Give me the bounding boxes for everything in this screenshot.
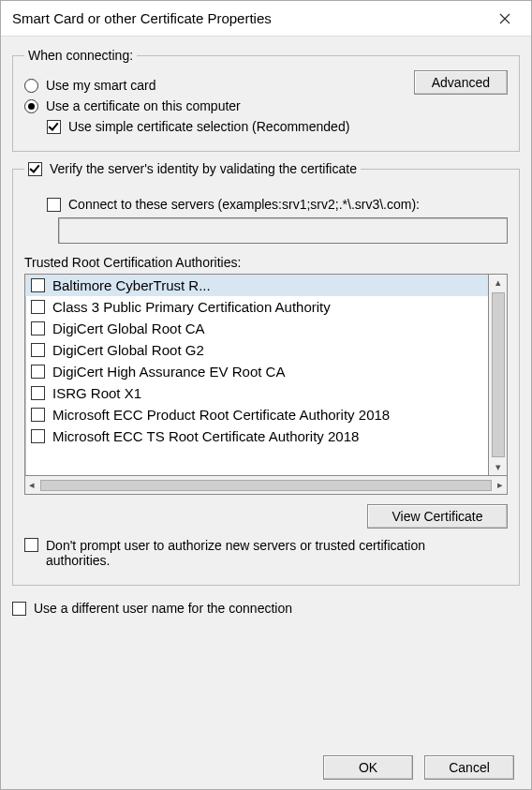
verify-identity-label: Verify the server's identity by validati… [50, 161, 357, 176]
scroll-up-icon: ▴ [495, 275, 501, 291]
scroll-down-icon: ▾ [495, 459, 501, 475]
ca-item-label: DigiCert High Assurance EV Root CA [52, 364, 285, 380]
client-area: When connecting: Advanced Use my smart c… [1, 37, 531, 789]
scroll-thumb[interactable] [492, 292, 505, 457]
scroll-left-icon: ◂ [29, 479, 35, 491]
ca-item-checkbox[interactable] [31, 321, 45, 335]
ca-item-checkbox[interactable] [31, 386, 45, 400]
hscroll-thumb[interactable] [40, 480, 492, 491]
when-connecting-legend: When connecting: [24, 48, 137, 63]
close-icon [499, 13, 510, 24]
close-button[interactable] [488, 6, 522, 32]
cancel-button[interactable]: Cancel [424, 755, 514, 780]
ca-listbox[interactable]: Baltimore CyberTrust R...Class 3 Public … [24, 274, 489, 476]
use-certificate-radio[interactable] [24, 99, 38, 113]
use-smart-card-label: Use my smart card [46, 78, 155, 93]
ca-item-checkbox[interactable] [31, 343, 45, 357]
connect-servers-checkbox[interactable] [47, 198, 61, 212]
ca-item[interactable]: Baltimore CyberTrust R... [25, 275, 488, 296]
simple-selection-label: Use simple certificate selection (Recomm… [68, 119, 349, 134]
ca-item-checkbox[interactable] [31, 278, 45, 292]
different-user-checkbox[interactable] [12, 602, 26, 616]
dont-prompt-label: Don't prompt user to authorize new serve… [46, 538, 458, 568]
verify-group: Verify the server's identity by validati… [12, 161, 520, 586]
dialog-window: Smart Card or other Certificate Properti… [0, 0, 532, 790]
ca-item-checkbox[interactable] [31, 300, 45, 314]
use-smart-card-radio[interactable] [24, 79, 38, 93]
ca-item[interactable]: DigiCert Global Root CA [25, 318, 488, 339]
advanced-button[interactable]: Advanced [414, 70, 508, 95]
view-certificate-button[interactable]: View Certificate [367, 504, 508, 529]
ca-item-label: Microsoft ECC TS Root Certificate Author… [52, 428, 359, 444]
ca-item[interactable]: ISRG Root X1 [25, 382, 488, 404]
when-connecting-group: When connecting: Advanced Use my smart c… [12, 48, 520, 152]
ca-item[interactable]: Microsoft ECC TS Root Certificate Author… [25, 425, 488, 447]
ca-item-label: DigiCert Global Root CA [52, 320, 205, 336]
ca-item-label: ISRG Root X1 [52, 385, 141, 401]
servers-input[interactable] [58, 217, 508, 244]
verify-legend: Verify the server's identity by validati… [24, 161, 361, 176]
ca-item[interactable]: DigiCert High Assurance EV Root CA [25, 361, 488, 382]
ca-item-label: Microsoft ECC Product Root Certificate A… [52, 407, 390, 423]
ca-item[interactable]: DigiCert Global Root G2 [25, 339, 488, 361]
ca-item[interactable]: Microsoft ECC Product Root Certificate A… [25, 404, 488, 425]
dont-prompt-checkbox[interactable] [24, 538, 38, 552]
ca-item-checkbox[interactable] [31, 429, 45, 443]
ca-list-label: Trusted Root Certification Authorities: [24, 255, 508, 270]
ca-item-label: Baltimore CyberTrust R... [52, 277, 211, 293]
titlebar: Smart Card or other Certificate Properti… [1, 1, 531, 37]
ca-item[interactable]: Class 3 Public Primary Certification Aut… [25, 296, 488, 318]
ca-item-label: Class 3 Public Primary Certification Aut… [52, 299, 331, 315]
ca-item-checkbox[interactable] [31, 365, 45, 379]
ca-item-checkbox[interactable] [31, 408, 45, 422]
different-user-label: Use a different user name for the connec… [34, 601, 292, 616]
ca-horizontal-scrollbar[interactable]: ◂ ▸ [24, 476, 508, 495]
ok-button[interactable]: OK [323, 755, 413, 780]
dialog-buttons: OK Cancel [12, 752, 520, 780]
window-title: Smart Card or other Certificate Properti… [12, 10, 272, 26]
use-certificate-label: Use a certificate on this computer [46, 98, 241, 113]
connect-servers-label: Connect to these servers (examples:srv1;… [68, 197, 420, 212]
ca-item-label: DigiCert Global Root G2 [52, 342, 204, 358]
ca-vertical-scrollbar[interactable]: ▴ ▾ [489, 274, 508, 476]
verify-identity-checkbox[interactable] [28, 162, 42, 176]
simple-selection-checkbox[interactable] [47, 120, 61, 134]
scroll-right-icon: ▸ [497, 479, 503, 491]
